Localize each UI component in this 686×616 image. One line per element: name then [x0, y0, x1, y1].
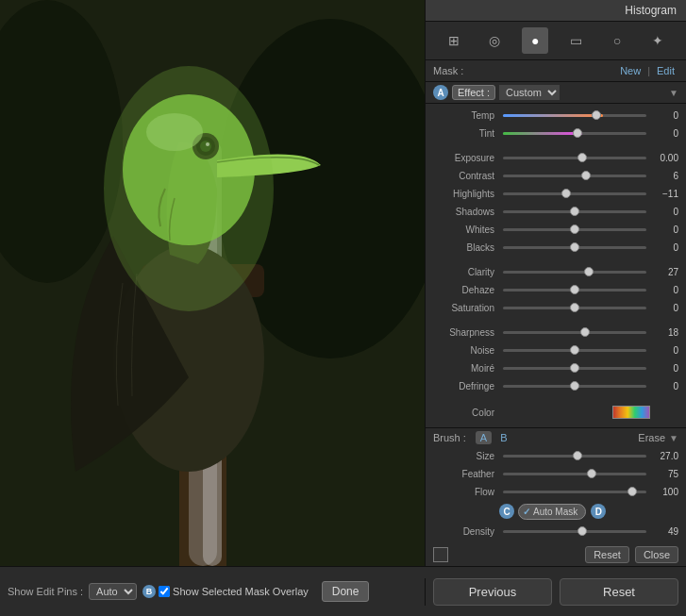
brush-feather-label: Feather — [433, 469, 499, 479]
a-badge: A — [433, 85, 448, 100]
bird-image — [0, 0, 425, 566]
brush-tab-b[interactable]: B — [495, 431, 511, 444]
done-button[interactable]: Done — [322, 581, 370, 602]
overlay-checkbox-label[interactable]: B Show Selected Mask Overlay — [142, 585, 309, 598]
clarity-value: 27 — [650, 267, 678, 277]
brush-erase-button[interactable]: Erase — [638, 432, 665, 443]
brush-flow-value: 100 — [650, 487, 678, 497]
highlights-label: Highlights — [433, 189, 499, 199]
sharpness-row: Sharpness 18 — [433, 324, 678, 341]
bottom-bar: Show Edit Pins : Auto B Show Selected Ma… — [0, 566, 686, 616]
temp-value: 0 — [650, 110, 678, 121]
shadows-label: Shadows — [433, 207, 499, 217]
brush-density-row: Density 49 — [433, 523, 678, 540]
brush-density-slider[interactable] — [503, 530, 646, 533]
defringe-row: Defringe 0 — [433, 377, 678, 394]
temp-slider[interactable] — [503, 114, 646, 117]
effect-panel-arrow: ▼ — [669, 88, 678, 98]
radio-tool-icon[interactable]: ● — [522, 27, 548, 54]
effect-row: A Effect : Custom ▼ — [426, 82, 686, 104]
brightness-tool-icon[interactable]: ✦ — [644, 27, 671, 54]
histogram-label: Histogram — [625, 4, 677, 17]
highlights-slider[interactable] — [503, 192, 646, 195]
histogram-header: Histogram — [426, 0, 686, 22]
grid-tool-icon[interactable]: ⊞ — [441, 27, 467, 54]
tool-icons-row: ⊞ ◎ ● ▭ ○ ✦ — [426, 22, 686, 60]
temp-row: Temp 0 — [433, 107, 678, 124]
noise-slider[interactable] — [503, 349, 646, 352]
shadows-slider[interactable] — [503, 210, 646, 213]
exposure-label: Exposure — [433, 153, 499, 163]
panel-toggle-icon[interactable] — [433, 547, 448, 562]
brush-flow-slider[interactable] — [503, 491, 646, 493]
dehaze-row: Dehaze 0 — [433, 281, 678, 298]
blacks-label: Blacks — [433, 242, 499, 253]
mask-edit-button[interactable]: Edit — [653, 64, 678, 77]
panel-close-button[interactable]: Close — [635, 546, 678, 563]
saturation-value: 0 — [650, 303, 678, 313]
exposure-value: 0.00 — [650, 153, 678, 163]
automask-text: Auto Mask — [533, 507, 577, 517]
overlay-checkbox[interactable] — [159, 586, 170, 597]
effect-button[interactable]: Effect : — [452, 85, 495, 100]
tint-slider[interactable] — [503, 132, 646, 135]
sharpness-slider[interactable] — [503, 331, 646, 334]
brush-feather-row: Feather 75 — [433, 465, 678, 482]
automask-checkbox[interactable]: ✓ Auto Mask — [518, 504, 586, 520]
defringe-slider[interactable] — [503, 385, 646, 388]
ellipse-tool-icon[interactable]: ○ — [604, 27, 630, 54]
previous-button[interactable]: Previous — [433, 578, 552, 606]
sliders-section: Temp 0 Tint 0 Exposure — [426, 104, 686, 427]
panel-bottom-row: Reset Close — [426, 543, 686, 566]
contrast-value: 6 — [650, 171, 678, 181]
clarity-row: Clarity 27 — [433, 263, 678, 280]
brush-size-value: 27.0 — [650, 451, 678, 461]
whites-row: Whites 0 — [433, 221, 678, 238]
show-edit-label: Show Edit Pins : — [8, 586, 83, 597]
sharpness-label: Sharpness — [433, 327, 499, 338]
color-swatch[interactable] — [612, 406, 650, 419]
brush-size-row: Size 27.0 — [433, 447, 678, 464]
show-edit-select[interactable]: Auto — [89, 583, 137, 600]
mask-new-button[interactable]: New — [616, 64, 644, 77]
dehaze-label: Dehaze — [433, 285, 499, 295]
moire-label: Moiré — [433, 363, 499, 374]
tint-label: Tint — [433, 128, 499, 139]
automask-checkmark: ✓ — [523, 507, 530, 517]
photo-area — [0, 0, 425, 566]
brush-header-row: Brush : A B Erase ▼ — [433, 431, 678, 444]
brush-feather-value: 75 — [650, 469, 678, 479]
clarity-slider[interactable] — [503, 271, 646, 274]
bottom-right: Previous Reset — [425, 578, 686, 606]
brush-density-value: 49 — [650, 526, 678, 537]
brush-flow-label: Flow — [433, 487, 499, 497]
noise-row: Noise 0 — [433, 341, 678, 358]
saturation-label: Saturation — [433, 303, 499, 313]
effect-custom-select[interactable]: Custom — [499, 85, 560, 100]
blacks-value: 0 — [650, 242, 678, 253]
saturation-slider[interactable] — [503, 307, 646, 309]
automask-badge-area: C ✓ Auto Mask D — [499, 504, 678, 520]
whites-slider[interactable] — [503, 228, 646, 231]
moire-value: 0 — [650, 363, 678, 374]
brush-size-slider[interactable] — [503, 455, 646, 458]
bottom-left: Show Edit Pins : Auto B Show Selected Ma… — [0, 581, 425, 602]
circle-dot-tool-icon[interactable]: ◎ — [481, 27, 508, 54]
moire-slider[interactable] — [503, 367, 646, 370]
defringe-value: 0 — [650, 381, 678, 391]
reset-button-bottom[interactable]: Reset — [560, 578, 678, 606]
right-panel: Histogram ⊞ ◎ ● ▭ ○ ✦ Mask : New | Edit … — [425, 0, 686, 566]
highlights-row: Highlights −11 — [433, 185, 678, 202]
blacks-slider[interactable] — [503, 246, 646, 249]
rect-tool-icon[interactable]: ▭ — [563, 27, 590, 54]
moire-row: Moiré 0 — [433, 359, 678, 376]
exposure-slider[interactable] — [503, 157, 646, 159]
brush-feather-slider[interactable] — [503, 473, 646, 475]
contrast-slider[interactable] — [503, 175, 646, 177]
brush-tab-a[interactable]: A — [476, 431, 492, 444]
color-label: Color — [433, 408, 499, 418]
panel-reset-button[interactable]: Reset — [585, 546, 629, 563]
brush-label: Brush : — [433, 432, 466, 443]
svg-point-14 — [104, 66, 274, 311]
dehaze-slider[interactable] — [503, 289, 646, 291]
